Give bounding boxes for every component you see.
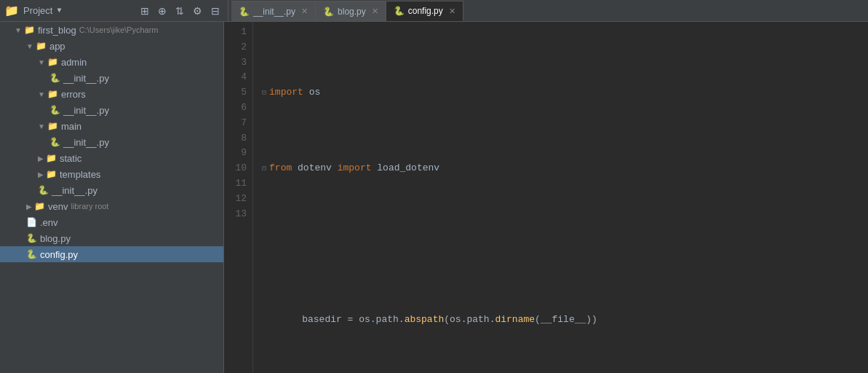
fold-icon-2[interactable]: ⊟ [262, 163, 266, 175]
static-label: static [60, 153, 81, 164]
venv-arrow: ▶ [26, 203, 32, 211]
code-editor[interactable]: ⊟ import os ⊟ from dotenv import load_do… [253, 22, 868, 373]
tab-blog-close[interactable]: ✕ [372, 7, 378, 16]
code-line-3 [262, 237, 859, 252]
new-file-icon[interactable]: ⊞ [138, 4, 151, 18]
tab-config[interactable]: 🐍 config.py ✕ [386, 1, 463, 21]
tabs-bar: 🐍 __init__.py ✕ 🐍 blog.py ✕ 🐍 config.py … [231, 0, 864, 21]
line-num-11: 11 [233, 176, 247, 192]
tab-blog-label: blog.py [338, 7, 366, 17]
main-area: ▼ 📁 first_blog C:\Users\jike\Pycharm ▼ 📁… [0, 22, 868, 373]
line-num-2: 2 [233, 40, 247, 55]
project-folder-icon: 📁 [4, 4, 19, 18]
venv-sublabel: library root [71, 202, 108, 211]
first_blog-arrow: ▼ [15, 26, 22, 34]
sidebar: ▼ 📁 first_blog C:\Users\jike\Pycharm ▼ 📁… [0, 22, 224, 373]
main-label: main [61, 121, 81, 132]
sidebar-item-admin-init[interactable]: 🐍 __init__.py [0, 70, 223, 86]
config-label: config.py [40, 249, 78, 260]
config-icon: 🐍 [26, 249, 37, 259]
app-init-icon: 🐍 [38, 185, 49, 195]
main-folder-icon: 📁 [47, 121, 58, 131]
app-folder-icon: 📁 [36, 41, 47, 51]
tab-config-close[interactable]: ✕ [449, 7, 455, 16]
errors-label: errors [61, 89, 86, 100]
sidebar-item-config[interactable]: 🐍 config.py [0, 246, 223, 262]
blog-label: blog.py [40, 233, 71, 244]
templates-label: templates [60, 169, 100, 180]
code-line-1: ⊟ import os [262, 85, 859, 101]
project-panel-header: 📁 Project ▼ ⊞ ⊕ ⇅ ⚙ ⊟ [4, 0, 228, 21]
line-num-8: 8 [233, 131, 247, 146]
tab-init-icon: 🐍 [239, 7, 250, 17]
admin-label: admin [61, 57, 87, 68]
static-folder-icon: 📁 [46, 153, 57, 163]
code-4-a: basedir = os.path. [279, 313, 405, 328]
collapse-icon[interactable]: ⊟ [209, 4, 222, 18]
errors-init-label: __init__.py [63, 105, 109, 116]
sort-icon[interactable]: ⇅ [173, 4, 186, 18]
code-2-mod: dotenv [292, 161, 337, 176]
admin-arrow: ▼ [38, 58, 45, 66]
project-toolbar-icons: ⊞ ⊕ ⇅ ⚙ ⊟ [138, 4, 222, 18]
editor-area: 1 2 3 4 5 6 7 8 9 10 11 12 13 ⊟ import o… [224, 22, 868, 373]
sidebar-item-first_blog[interactable]: ▼ 📁 first_blog C:\Users\jike\Pycharm [0, 22, 223, 38]
code-container[interactable]: 1 2 3 4 5 6 7 8 9 10 11 12 13 ⊟ import o… [224, 22, 868, 373]
first_blog-label: first_blog [38, 25, 76, 36]
code-4-b: (os.path. [444, 313, 495, 328]
tab-init-label: __init__.py [253, 7, 295, 17]
first_blog-path: C:\Users\jike\Pycharm [79, 25, 159, 34]
app-init-label: __init__.py [52, 185, 97, 196]
admin-init-label: __init__.py [63, 73, 109, 84]
add-icon[interactable]: ⊕ [156, 4, 169, 18]
sidebar-item-app-init[interactable]: 🐍 __init__.py [0, 182, 223, 198]
sidebar-item-static[interactable]: ▶ 📁 static [0, 150, 223, 166]
env-icon: 📄 [26, 217, 37, 227]
line-num-12: 12 [233, 192, 247, 207]
fold-icon-1[interactable]: ⊟ [262, 87, 266, 99]
line-num-3: 3 [233, 55, 247, 71]
line-num-5: 5 [233, 85, 247, 101]
code-2-rest: load_dotenv [371, 161, 439, 176]
tab-config-icon: 🐍 [394, 6, 405, 16]
env-label: .env [40, 217, 58, 228]
admin-init-icon: 🐍 [49, 73, 60, 83]
sidebar-item-main-init[interactable]: 🐍 __init__.py [0, 134, 223, 150]
kw-import-1: import [269, 85, 303, 101]
line-num-13: 13 [233, 207, 247, 222]
templates-folder-icon: 📁 [46, 169, 57, 179]
kw-from-2: from [269, 161, 292, 176]
first_blog-folder-icon: 📁 [24, 25, 35, 35]
main-init-label: __init__.py [63, 137, 109, 148]
line-num-9: 9 [233, 146, 247, 161]
code-1-rest: os [303, 85, 320, 101]
venv-folder-icon: 📁 [34, 201, 45, 211]
sidebar-item-main[interactable]: ▼ 📁 main [0, 118, 223, 134]
sidebar-item-venv[interactable]: ▶ 📁 venv library root [0, 198, 223, 214]
sidebar-item-app[interactable]: ▼ 📁 app [0, 38, 223, 54]
app-arrow: ▼ [26, 42, 33, 50]
line-num-1: 1 [233, 25, 247, 40]
tab-blog-icon: 🐍 [323, 7, 334, 17]
static-arrow: ▶ [38, 154, 44, 162]
sidebar-item-blog[interactable]: 🐍 blog.py [0, 230, 223, 246]
sidebar-item-errors[interactable]: ▼ 📁 errors [0, 86, 223, 102]
blog-icon: 🐍 [26, 233, 37, 243]
code-line-4: basedir = os.path.abspath(os.path.dirnam… [262, 313, 859, 328]
sidebar-item-templates[interactable]: ▶ 📁 templates [0, 166, 223, 182]
tab-init-close[interactable]: ✕ [301, 7, 308, 16]
settings-icon[interactable]: ⚙ [191, 4, 204, 18]
errors-init-icon: 🐍 [49, 105, 60, 115]
code-4-func1: abspath [405, 313, 445, 328]
sidebar-item-env[interactable]: 📄 .env [0, 214, 223, 230]
tab-blog[interactable]: 🐍 blog.py ✕ [316, 1, 386, 21]
sidebar-item-errors-init[interactable]: 🐍 __init__.py [0, 102, 223, 118]
templates-arrow: ▶ [38, 170, 44, 178]
errors-arrow: ▼ [38, 90, 45, 98]
venv-label: venv [48, 201, 68, 212]
tab-init[interactable]: 🐍 __init__.py ✕ [231, 1, 316, 21]
main-init-icon: 🐍 [49, 137, 60, 147]
code-4-c: (__file__)) [535, 313, 597, 328]
project-label: Project [23, 5, 52, 16]
sidebar-item-admin[interactable]: ▼ 📁 admin [0, 54, 223, 70]
